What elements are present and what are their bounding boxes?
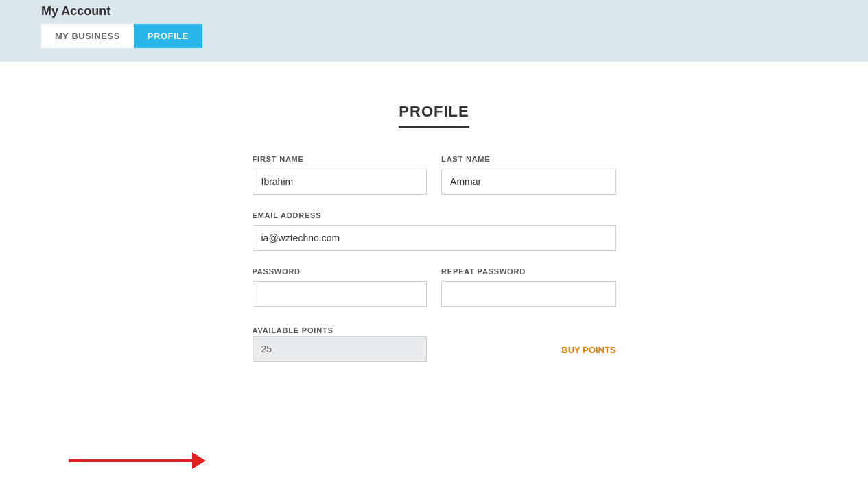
points-input-group [253,336,427,362]
tab-profile[interactable]: PROFILE [134,24,202,48]
tab-bar: MY BUSINESS PROFILE [41,24,827,48]
repeat-password-group: REPEAT PASSWORD [441,267,615,307]
last-name-group: LAST NAME [441,155,615,195]
password-input[interactable] [253,281,427,307]
password-group: PASSWORD [253,267,427,307]
points-row: BUY POINTS [253,336,616,362]
password-row: PASSWORD REPEAT PASSWORD [253,267,616,307]
buy-points-link[interactable]: BUY POINTS [561,345,615,362]
header: My Account MY BUSINESS PROFILE [0,0,868,62]
email-group: EMAIL ADDRESS [253,211,616,251]
arrow-line [69,459,192,462]
email-row: EMAIL ADDRESS [253,211,616,251]
last-name-input[interactable] [441,169,615,195]
repeat-password-input[interactable] [441,281,615,307]
arrow-head [192,452,206,469]
page-wrapper: My Account MY BUSINESS PROFILE PROFILE F… [0,0,868,497]
password-label: PASSWORD [253,267,427,276]
available-points-input [253,336,427,362]
first-name-group: FIRST NAME [253,155,427,195]
available-points-label: AVAILABLE POINTS [253,326,333,335]
email-input[interactable] [253,225,616,251]
last-name-label: LAST NAME [441,155,615,163]
repeat-password-label: REPEAT PASSWORD [441,267,615,276]
first-name-label: FIRST NAME [253,155,427,163]
profile-form: FIRST NAME LAST NAME EMAIL ADDRESS PASS [253,155,616,378]
name-row: FIRST NAME LAST NAME [253,155,616,195]
page-title: My Account [41,0,827,19]
arrow-annotation [69,452,206,469]
first-name-input[interactable] [253,169,427,195]
tab-my-business[interactable]: MY BUSINESS [41,24,134,48]
available-points-section: AVAILABLE POINTS BUY POINTS [253,324,616,362]
main-content: PROFILE FIRST NAME LAST NAME EMAIL ADDRE… [0,62,868,406]
profile-section-title: PROFILE [399,103,469,128]
email-label: EMAIL ADDRESS [253,211,616,219]
